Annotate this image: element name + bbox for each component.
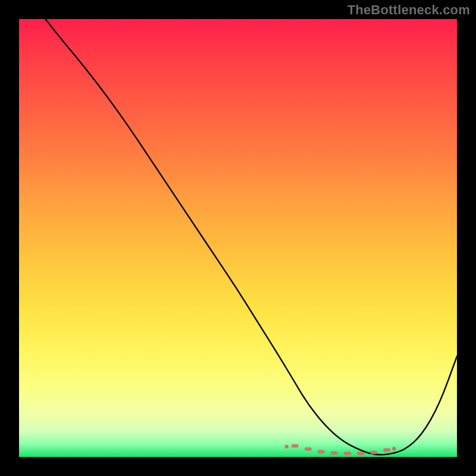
flat-zone-dash [305,447,312,451]
chart-svg-layer [19,19,457,457]
flat-zone-dot [285,444,289,448]
flat-zone-dash [383,448,390,452]
flat-zone-dash [370,451,377,455]
bottleneck-curve [45,19,457,455]
chart-frame: TheBottleneck.com [0,0,476,476]
flat-zone-dash [344,452,351,455]
watermark-text: TheBottleneck.com [347,2,470,18]
flat-zone-dash [318,450,325,453]
flat-zone-dot [392,447,396,450]
flat-zone-dots [285,444,396,456]
flat-zone-dash [292,444,299,448]
flat-zone-dash [331,451,338,455]
flat-zone-dash [357,452,364,455]
